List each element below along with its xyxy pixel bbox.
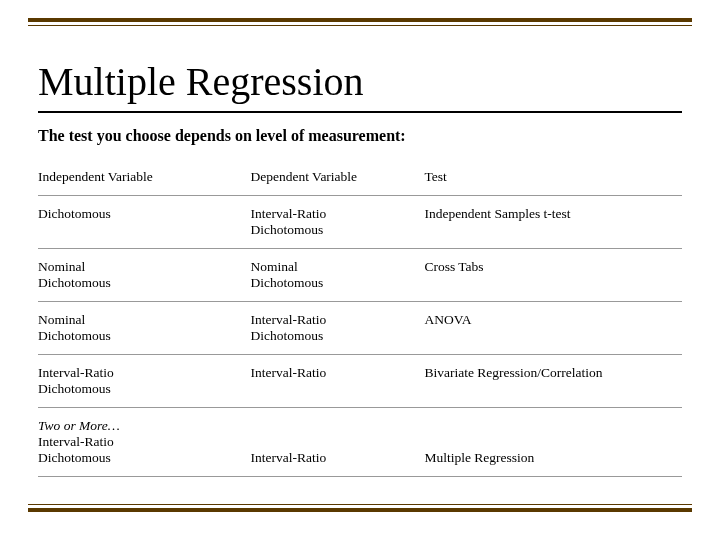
cell-test: Bivariate Regression/Correlation: [424, 355, 682, 408]
top-border: [28, 18, 692, 26]
cell-iv: NominalDichotomous: [38, 249, 251, 302]
subtitle: The test you choose depends on level of …: [38, 127, 682, 145]
bottom-border: [28, 504, 692, 512]
cell-dv: Interval-Ratio: [251, 355, 425, 408]
cell-dv: Interval-RatioDichotomous: [251, 302, 425, 355]
cell-test: Cross Tabs: [424, 249, 682, 302]
title-underline: [38, 111, 682, 113]
cell-dv: Interval-RatioDichotomous: [251, 196, 425, 249]
cell-iv: NominalDichotomous: [38, 302, 251, 355]
cell-test: Independent Samples t-test: [424, 196, 682, 249]
content-area: Multiple Regression The test you choose …: [38, 58, 682, 477]
cell-iv: Dichotomous: [38, 196, 251, 249]
table-row: Interval-RatioDichotomous Interval-Ratio…: [38, 355, 682, 408]
table-row: Dichotomous Interval-RatioDichotomous In…: [38, 196, 682, 249]
header-dv: Dependent Variable: [251, 159, 425, 196]
page-title: Multiple Regression: [38, 58, 682, 105]
cell-dv: NominalDichotomous: [251, 249, 425, 302]
tests-table: Independent Variable Dependent Variable …: [38, 159, 682, 477]
cell-iv-rest: Interval-RatioDichotomous: [38, 434, 114, 465]
table-header-row: Independent Variable Dependent Variable …: [38, 159, 682, 196]
cell-test: Multiple Regression: [424, 408, 682, 477]
cell-iv: Interval-RatioDichotomous: [38, 355, 251, 408]
table-row: NominalDichotomous Interval-RatioDichoto…: [38, 302, 682, 355]
header-iv: Independent Variable: [38, 159, 251, 196]
cell-dv: Interval-Ratio: [251, 408, 425, 477]
cell-test: ANOVA: [424, 302, 682, 355]
header-test: Test: [424, 159, 682, 196]
cell-iv: Two or More… Interval-RatioDichotomous: [38, 408, 251, 477]
table-row: Two or More… Interval-RatioDichotomous I…: [38, 408, 682, 477]
slide: Multiple Regression The test you choose …: [0, 0, 720, 540]
table-row: NominalDichotomous NominalDichotomous Cr…: [38, 249, 682, 302]
cell-iv-prefix: Two or More…: [38, 418, 120, 433]
